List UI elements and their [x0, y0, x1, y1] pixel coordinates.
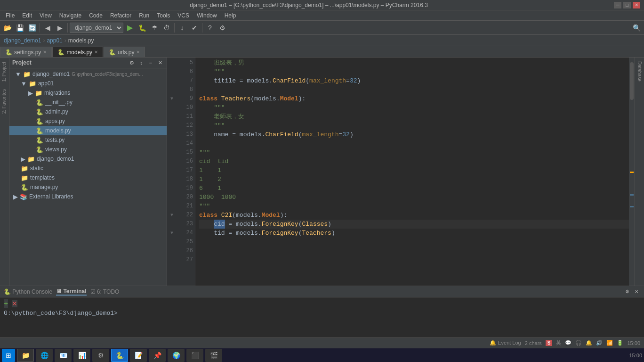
toolbar-save-button[interactable]: 💾: [14, 22, 25, 33]
tree-item-manage[interactable]: 🐍 manage.py: [9, 182, 167, 192]
title-bar: django_demo1 – [G:\python_code\F3\django…: [0, 0, 644, 10]
project-gear-icon[interactable]: ⚙: [128, 59, 136, 66]
taskbar-app8[interactable]: 📌: [149, 349, 166, 362]
toolbar-open-button[interactable]: 📂: [2, 22, 13, 33]
terminal-toolbar: + ✕: [4, 299, 640, 308]
breadcrumb-file[interactable]: models.py: [68, 37, 94, 44]
code-editor[interactable]: ▼ ▼ ▼ 5: [167, 58, 635, 286]
taskbar-app5[interactable]: ⚙: [92, 349, 109, 362]
vcs-commit-button[interactable]: ✔: [189, 22, 200, 33]
scroll-marker-3: [630, 206, 634, 207]
terminal-close-button[interactable]: ✕: [12, 300, 17, 307]
tree-item-django-demo1[interactable]: ▼ 📁 django_demo1 G:\python_code\F3\djang…: [9, 69, 167, 79]
editor-scrollbar[interactable]: [629, 58, 635, 286]
gutter-line-22: ▼: [167, 211, 177, 220]
event-log-button[interactable]: 🔔 Event Log: [490, 340, 521, 346]
terminal-add-button[interactable]: +: [4, 299, 8, 308]
breadcrumb-project[interactable]: django_demo1: [4, 37, 41, 44]
tree-item-models[interactable]: 🐍 models.py: [9, 126, 167, 135]
gutter-line-19: [167, 184, 177, 193]
coverage-button[interactable]: ☂: [149, 22, 160, 33]
taskbar-browser[interactable]: 🌐: [36, 349, 53, 362]
side-tab-favorites[interactable]: 2: Favorites: [0, 85, 9, 117]
code-content[interactable]: 班级表，男 """ titile = models.CharField(max_…: [195, 58, 629, 286]
taskbar-excel[interactable]: 📊: [73, 349, 90, 362]
toolbar-sync-button[interactable]: 🔄: [26, 22, 38, 33]
tree-item-admin[interactable]: 🐍 admin.py: [9, 107, 167, 116]
toolbar-separator-2: [67, 23, 68, 33]
help-button[interactable]: ?: [204, 22, 216, 33]
debug-button[interactable]: 🐛: [137, 22, 148, 33]
tree-item-apps[interactable]: 🐍 apps.py: [9, 116, 167, 126]
search-everywhere-button[interactable]: 🔍: [631, 22, 642, 33]
tab-settings-close[interactable]: ✕: [43, 49, 47, 55]
taskbar-explorer[interactable]: 📁: [17, 349, 34, 362]
run-config-dropdown[interactable]: django_demo1: [70, 23, 123, 33]
side-tab-database[interactable]: Database: [636, 58, 644, 85]
tree-item-static[interactable]: 📁 static: [9, 164, 167, 173]
taskbar-word[interactable]: 📝: [130, 349, 147, 362]
project-close-icon[interactable]: ✕: [156, 59, 164, 66]
folder-static-icon: 📁: [21, 165, 28, 172]
scroll-thumb[interactable]: [630, 62, 634, 100]
menu-edit[interactable]: Edit: [18, 11, 36, 20]
run-button[interactable]: ▶: [124, 22, 136, 33]
side-tab-project[interactable]: 1: Project: [0, 58, 9, 85]
menu-file[interactable]: File: [2, 11, 18, 20]
menu-navigate[interactable]: Navigate: [56, 11, 85, 20]
tree-item-migrations[interactable]: ▶ 📁 migrations: [9, 88, 167, 98]
bottom-tab-python-console[interactable]: 🐍 Python Console: [4, 288, 52, 295]
menu-tools[interactable]: Tools: [153, 11, 174, 20]
tree-item-tests[interactable]: 🐍 tests.py: [9, 135, 167, 145]
taskbar-chrome[interactable]: 🌍: [168, 349, 185, 362]
close-button[interactable]: ✕: [633, 2, 640, 8]
maximize-button[interactable]: □: [623, 2, 631, 8]
project-sort-icon[interactable]: ≡: [147, 59, 154, 66]
gutter-line-10: [167, 103, 177, 112]
taskbar-pycharm[interactable]: 🐍: [111, 349, 128, 362]
taskbar-app3[interactable]: 📧: [55, 349, 72, 362]
gutter-line-8: [167, 85, 177, 94]
bottom-tab-todo[interactable]: ☑ 6: TODO: [90, 288, 120, 295]
breadcrumb-app[interactable]: app01: [47, 37, 62, 44]
taskbar-app11[interactable]: 🎬: [205, 349, 222, 362]
line-num-20: 20: [178, 193, 193, 202]
start-button[interactable]: ⊞: [2, 349, 15, 362]
minimize-button[interactable]: ─: [614, 2, 621, 8]
menu-view[interactable]: View: [36, 11, 56, 20]
gutter-line-9: ▼: [167, 94, 177, 103]
tree-item-init[interactable]: 🐍 __init__.py: [9, 98, 167, 107]
taskbar-terminal[interactable]: ⬛: [186, 349, 203, 362]
status-encoding[interactable]: 英: [556, 339, 561, 346]
folder-templates-icon: 📁: [21, 174, 28, 181]
menu-code[interactable]: Code: [85, 11, 106, 20]
tree-item-django-demo1-sub[interactable]: ▶ 📁 django_demo1: [9, 154, 167, 164]
tree-item-app01[interactable]: ▼ 📁 app01: [9, 79, 167, 88]
project-expand-icon[interactable]: ↕: [137, 59, 145, 66]
toolbar-forward-button[interactable]: ▶: [54, 22, 65, 33]
bottom-settings-icon[interactable]: ⚙: [623, 288, 631, 296]
tree-item-views[interactable]: 🐍 views.py: [9, 145, 167, 154]
tab-settings[interactable]: 🐍 settings.py ✕: [0, 47, 52, 57]
menu-window[interactable]: Window: [193, 11, 221, 20]
code-line-20: 1000 1000: [199, 193, 629, 202]
editor-area: ▼ ▼ ▼ 5: [167, 58, 635, 286]
menu-refactor[interactable]: Refactor: [106, 11, 135, 20]
bottom-close-icon[interactable]: ✕: [633, 288, 640, 296]
menu-vcs[interactable]: VCS: [174, 11, 193, 20]
terminal-content[interactable]: + ✕ G:\python_code\F3\django_demo1>: [0, 297, 644, 337]
menu-help[interactable]: Help: [221, 11, 240, 20]
profile-button[interactable]: ⏱: [161, 22, 172, 33]
tree-item-ext-libs[interactable]: ▶ 📚 External Libraries: [9, 192, 167, 201]
tab-urls-close[interactable]: ✕: [136, 49, 140, 55]
sdk-button[interactable]: ⚙: [217, 22, 228, 33]
tab-models[interactable]: 🐍 models.py ✕: [52, 47, 103, 57]
tab-urls[interactable]: 🐍 urls.py ✕: [104, 47, 145, 57]
menu-run[interactable]: Run: [135, 11, 153, 20]
bottom-tab-terminal[interactable]: 🖥 Terminal: [56, 288, 86, 296]
toolbar-back-button[interactable]: ◀: [42, 22, 53, 33]
tab-models-close[interactable]: ✕: [94, 49, 98, 55]
vcs-update-button[interactable]: ↓: [177, 22, 188, 33]
tree-item-templates[interactable]: 📁 templates: [9, 173, 167, 182]
line-num-25: 25: [178, 238, 193, 247]
